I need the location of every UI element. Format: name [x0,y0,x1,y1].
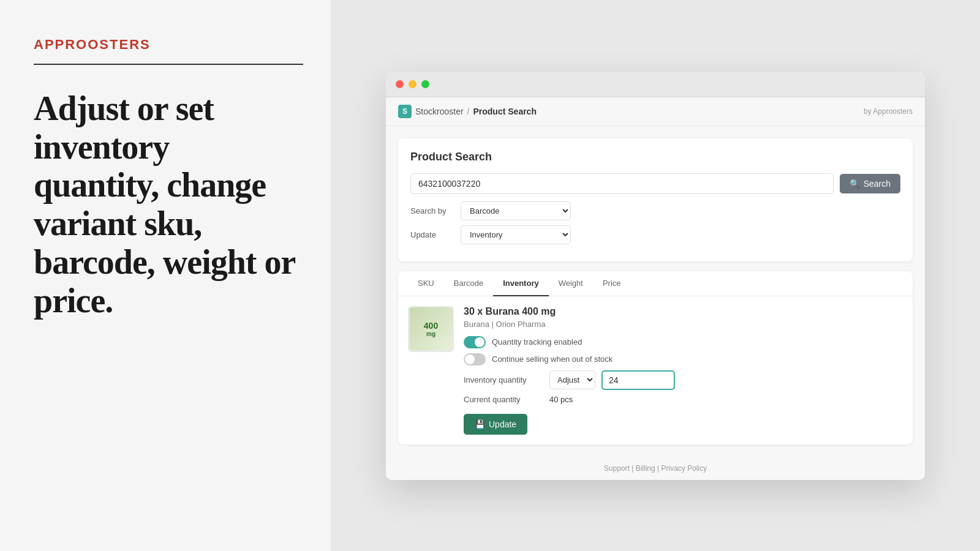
product-info: 30 x Burana 400 mg Burana | Orion Pharma… [464,306,903,435]
tab-price[interactable]: Price [593,271,631,296]
breadcrumb: S Stockrooster / Product Search [398,105,537,118]
tab-sku[interactable]: SKU [408,271,444,296]
by-approosters-label: by Approosters [864,107,913,116]
browser-content: S Stockrooster / Product Search by Appro… [386,97,925,480]
save-icon: 💾 [475,419,485,429]
left-panel: APPROOSTERS Adjust or set inventory quan… [0,0,331,551]
main-content: Product Search 🔍 Search Search by Barcod… [386,126,925,457]
traffic-light-yellow[interactable] [409,80,417,88]
tab-inventory[interactable]: Inventory [493,271,549,296]
tabs-card: SKU Barcode Inventory Weight Price [398,271,913,444]
top-bar: S Stockrooster / Product Search by Appro… [386,97,925,126]
browser-chrome [386,72,925,97]
tabs-header: SKU Barcode Inventory Weight Price [398,271,913,296]
inventory-quantity-label: Inventory quantity [464,375,543,384]
product-name: 30 x Burana 400 mg [464,306,903,317]
tab-barcode[interactable]: Barcode [444,271,493,296]
quantity-tracking-row: Quantity tracking enabled [464,336,903,348]
search-by-select[interactable]: Barcode SKU Title [461,201,571,220]
browser-window: S Stockrooster / Product Search by Appro… [386,72,925,480]
support-link[interactable]: Support [604,464,630,473]
footer-separator-1: | [631,464,633,473]
update-button-label: Update [489,419,516,429]
product-row: 30 x Burana 400 mg Burana | Orion Pharma… [408,306,903,435]
search-by-row: Search by Barcode SKU Title [410,201,900,220]
tab-weight[interactable]: Weight [549,271,593,296]
update-button[interactable]: 💾 Update [464,414,527,435]
footer-separator-2: | [657,464,659,473]
search-by-label: Search by [410,206,453,216]
product-image [408,306,454,352]
continue-selling-row: Continue selling when out of stock [464,353,903,365]
current-quantity-row: Current quantity 40 pcs [464,395,903,404]
continue-selling-toggle[interactable] [464,353,486,365]
search-button-label: Search [864,179,891,189]
inventory-quantity-row: Inventory quantity Adjust Set [464,370,903,390]
stockrooster-icon: S [398,105,412,118]
current-quantity-label: Current quantity [464,395,543,404]
right-panel: S Stockrooster / Product Search by Appro… [331,0,980,551]
continue-selling-label: Continue selling when out of stock [492,354,612,364]
product-section: 30 x Burana 400 mg Burana | Orion Pharma… [398,296,913,444]
search-row: 🔍 Search [410,173,900,194]
update-row: Update Inventory Price Weight Barcode SK… [410,225,900,244]
search-input[interactable] [410,173,834,194]
product-pill-box [410,307,453,350]
brand-divider [34,64,303,65]
current-quantity-value: 40 pcs [549,395,573,404]
search-button[interactable]: 🔍 Search [840,174,900,193]
quantity-input[interactable] [601,370,675,390]
privacy-link[interactable]: Privacy Policy [661,464,707,473]
brand-logo: APPROOSTERS [34,37,297,53]
update-label: Update [410,230,453,239]
billing-link[interactable]: Billing [636,464,655,473]
update-select[interactable]: Inventory Price Weight Barcode SKU [461,225,571,244]
hero-text: Adjust or set inventory quantity, change… [34,89,297,320]
quantity-tracking-toggle[interactable] [464,336,486,348]
search-card-title: Product Search [410,151,900,163]
traffic-light-red[interactable] [396,80,404,88]
breadcrumb-current-page: Product Search [473,107,536,116]
breadcrumb-app[interactable]: Stockrooster [415,107,464,116]
footer: Support | Billing | Privacy Policy [386,457,925,480]
adjust-select[interactable]: Adjust Set [549,370,595,389]
breadcrumb-separator: / [467,107,470,116]
search-card: Product Search 🔍 Search Search by Barcod… [398,138,913,261]
search-icon: 🔍 [850,179,860,189]
traffic-light-green[interactable] [421,80,429,88]
product-brand: Burana | Orion Pharma [464,320,903,329]
quantity-tracking-label: Quantity tracking enabled [492,337,582,347]
